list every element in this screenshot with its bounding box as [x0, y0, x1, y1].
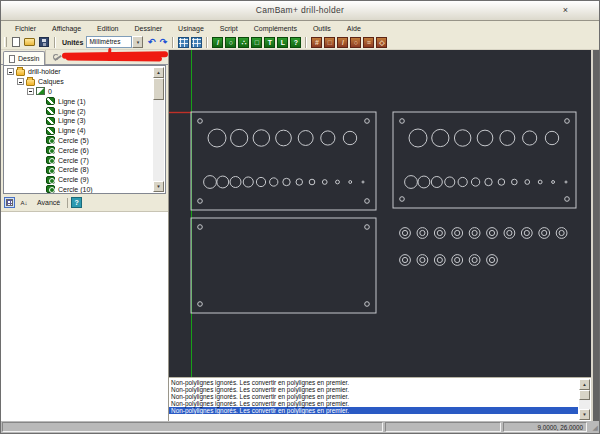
log-line[interactable]: Non-polylignes ignorés. Les convertir en… — [169, 407, 578, 414]
expander-icon[interactable] — [17, 78, 24, 85]
menu-affichage[interactable]: Affichage — [44, 22, 89, 35]
tree-item-label: drill-holder — [28, 68, 61, 75]
line-icon — [46, 117, 55, 125]
tree-item-ligne-2-[interactable]: Ligne (2) — [5, 106, 152, 116]
expander-icon[interactable] — [27, 88, 34, 95]
menu-fichier[interactable]: Fichier — [7, 22, 44, 35]
draw-line-icon[interactable]: L — [277, 37, 288, 48]
tab-drawing[interactable]: Dessin — [3, 51, 45, 65]
categorized-view-icon[interactable] — [4, 197, 15, 208]
washer-outer — [400, 255, 411, 266]
property-grid[interactable] — [1, 211, 168, 421]
tree-item-ligne-4-[interactable]: Ligne (4) — [5, 126, 152, 136]
tree-item-cercle-10-[interactable]: Cercle (10) — [5, 185, 152, 194]
redo-icon[interactable]: ↷ — [157, 37, 169, 47]
mop-profile-icon[interactable]: □ — [324, 37, 335, 48]
tab-machining[interactable] — [45, 50, 168, 64]
mop-lathe-icon[interactable]: ≡ — [363, 37, 374, 48]
hole — [498, 179, 505, 186]
hole — [477, 130, 493, 146]
washer-outer — [417, 228, 428, 239]
tree-item-label: Cercle (8) — [58, 166, 89, 173]
hole — [525, 180, 530, 185]
plate-outline — [191, 112, 376, 210]
hole — [538, 180, 542, 184]
washer-outer — [539, 228, 550, 239]
save-file-icon[interactable] — [39, 37, 49, 47]
mop-engrave-icon[interactable]: / — [337, 37, 348, 48]
menu-aide[interactable]: Aide — [339, 22, 369, 35]
tree-item-ligne-1-[interactable]: Ligne (1) — [5, 96, 152, 106]
draw-text-icon[interactable]: T — [264, 37, 275, 48]
log-line[interactable]: Non-polylignes ignorés. Les convertir en… — [169, 393, 578, 400]
tree-item-ligne-3-[interactable]: Ligne (3) — [5, 116, 152, 126]
scrollbar-thumb[interactable] — [579, 390, 590, 400]
log-line[interactable]: Non-polylignes ignorés. Les convertir en… — [169, 400, 578, 407]
tree-item-cercle-8-[interactable]: Cercle (8) — [5, 165, 152, 175]
tree-item-cercle-7-[interactable]: Cercle (7) — [5, 155, 152, 165]
circle-icon — [46, 166, 55, 174]
log-scrollbar[interactable]: ▲ ▼ — [579, 379, 590, 420]
cad-viewport[interactable] — [169, 50, 591, 377]
tree-item-calques[interactable]: Calques — [5, 77, 152, 87]
menu-dessiner[interactable]: Dessiner — [126, 22, 170, 35]
draw-circle-icon[interactable]: ○ — [225, 37, 236, 48]
hole — [471, 178, 479, 186]
draw-polyline-icon[interactable]: / — [212, 37, 223, 48]
status-panel-mid — [385, 422, 501, 432]
scroll-down-icon[interactable]: ▼ — [579, 409, 590, 420]
tree-item-cercle-9-[interactable]: Cercle (9) — [5, 175, 152, 185]
washer-outer — [487, 255, 498, 266]
hole — [243, 177, 253, 187]
menu-complments[interactable]: Compléments — [246, 22, 305, 35]
log-line[interactable]: Non-polylignes ignorés. Les convertir en… — [169, 379, 578, 386]
hole — [431, 177, 442, 188]
help-icon[interactable]: ? — [71, 197, 82, 208]
draw-rectangle-icon[interactable]: □ — [251, 37, 262, 48]
mop-3d-profile-icon[interactable]: ◇ — [376, 37, 387, 48]
tree-item-0[interactable]: 0 — [5, 87, 152, 97]
grid-display-icon[interactable] — [191, 37, 202, 48]
scroll-up-icon[interactable]: ▲ — [579, 379, 590, 390]
open-file-icon[interactable] — [24, 38, 35, 46]
hole — [298, 131, 313, 146]
resize-grip[interactable]: ◢ — [589, 422, 598, 432]
expander-icon[interactable] — [7, 68, 14, 75]
draw-query-icon[interactable]: ? — [290, 37, 301, 48]
menu-usinage[interactable]: Usinage — [170, 22, 212, 35]
main-toolbar: Unités Millimètres ▾ ↶ ↷ /○∴□TL? #□/○≡◇ — [1, 35, 599, 50]
layer-icon — [36, 87, 45, 95]
alphabetical-sort-icon[interactable]: A↓ — [18, 200, 30, 206]
toolbar-grip[interactable] — [4, 37, 7, 47]
grid-snap-icon[interactable] — [178, 37, 189, 48]
new-file-icon[interactable] — [12, 37, 20, 47]
line-icon — [46, 127, 55, 135]
close-icon[interactable]: × — [563, 5, 568, 15]
advanced-button[interactable]: Avancé — [37, 199, 60, 206]
mop-drill-icon[interactable]: ○ — [350, 37, 361, 48]
menu-outils[interactable]: Outils — [305, 22, 339, 35]
mop-pocket-icon[interactable]: # — [311, 37, 322, 48]
units-combobox[interactable]: Millimètres — [86, 36, 132, 48]
tree-item-cercle-6-[interactable]: Cercle (6) — [5, 145, 152, 155]
left-panel: Dessin drill-holderCalques0Ligne (1)Lign… — [1, 50, 169, 421]
scrollbar-thumb[interactable] — [153, 78, 164, 100]
scroll-down-icon[interactable]: ▼ — [153, 181, 164, 192]
menu-script[interactable]: Script — [212, 22, 246, 35]
hole — [409, 129, 427, 147]
undo-icon[interactable]: ↶ — [145, 37, 157, 47]
menu-edition[interactable]: Edition — [89, 22, 126, 35]
circle-icon — [46, 176, 55, 184]
scroll-up-icon[interactable]: ▲ — [153, 67, 164, 78]
window-edge — [591, 50, 599, 421]
tree-item-drill-holder[interactable]: drill-holder — [5, 67, 152, 77]
hole — [454, 130, 470, 146]
units-dropdown-icon[interactable]: ▾ — [132, 36, 143, 48]
hole — [418, 176, 430, 188]
tree-item-cercle-5-[interactable]: Cercle (5) — [5, 136, 152, 146]
title-bar[interactable]: CamBam+ drill-holder × — [1, 1, 599, 21]
log-line[interactable]: Non-polylignes ignorés. Les convertir en… — [169, 386, 578, 393]
tree-scrollbar[interactable]: ▲ ▼ — [153, 67, 164, 192]
draw-point-list-icon[interactable]: ∴ — [238, 37, 249, 48]
corner-hole — [365, 302, 370, 307]
